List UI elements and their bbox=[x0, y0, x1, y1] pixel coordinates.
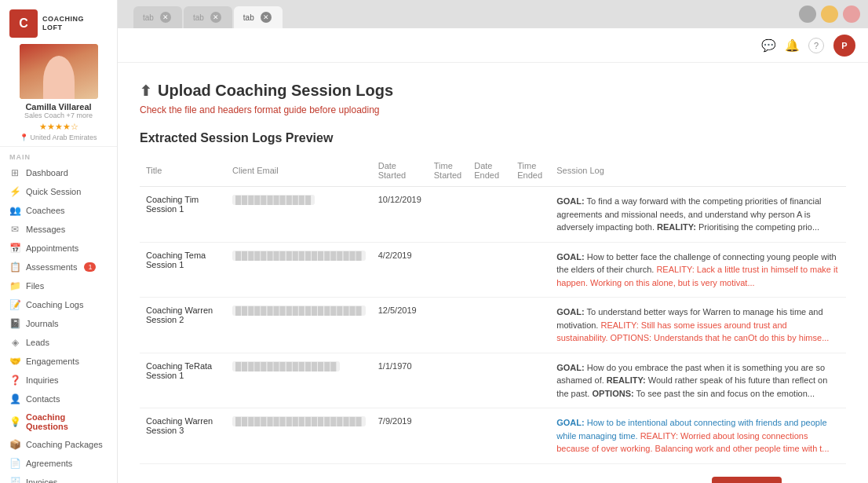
cell-time-e-4 bbox=[511, 353, 550, 408]
cell-log-3: GOAL: To understand better ways for Warr… bbox=[550, 298, 846, 353]
main-content: tab ✕ tab ✕ tab ✕ 💬 🔔 ? P ⬆ Upload Coach… bbox=[118, 0, 868, 483]
message-header-icon[interactable]: 💬 bbox=[761, 38, 775, 53]
content-area: ⬆ Upload Coaching Session Logs Check the… bbox=[118, 63, 868, 483]
th-email: Client Email bbox=[226, 158, 372, 187]
cancel-button[interactable]: Cancel bbox=[790, 477, 846, 484]
cell-email-1: ████████████ bbox=[226, 187, 372, 243]
th-date-ended: DateEnded bbox=[468, 158, 511, 187]
cell-title-4: Coaching TeRata Session 1 bbox=[140, 353, 226, 408]
sidebar: C COACHING LOFT Camilla Villareal Sales … bbox=[0, 0, 118, 483]
th-time-started: TimeStarted bbox=[428, 158, 468, 187]
assessments-icon: 📋 bbox=[9, 262, 20, 273]
logo-area: C COACHING LOFT bbox=[0, 0, 117, 38]
upload-icon: ⬆ bbox=[140, 82, 151, 100]
nav-item-inquiries[interactable]: ❓ Inquiries bbox=[0, 371, 117, 390]
nav-item-contacts[interactable]: 👤 Contacts bbox=[0, 390, 117, 408]
cell-email-2: ████████████████████ bbox=[226, 242, 372, 298]
cell-title-3: Coaching Warren Session 2 bbox=[140, 298, 226, 353]
cell-title-5: Coaching Warren Session 3 bbox=[140, 408, 226, 464]
browser-tab-1[interactable]: tab ✕ bbox=[133, 6, 182, 28]
topbar-right-avatars bbox=[799, 5, 860, 23]
nav-item-coaching-questions[interactable]: 💡 Coaching Questions bbox=[0, 408, 117, 435]
cell-email-3: ████████████████████ bbox=[226, 298, 372, 353]
log-text-2: GOAL: How to better face the challenge o… bbox=[556, 251, 840, 290]
engagements-icon: 🤝 bbox=[9, 356, 20, 367]
nav-item-engagements[interactable]: 🤝 Engagements bbox=[0, 352, 117, 371]
nav-item-agreements[interactable]: 📄 Agreements bbox=[0, 454, 117, 473]
log-text-3: GOAL: To understand better ways for Warr… bbox=[556, 306, 840, 345]
tab-close-3[interactable]: ✕ bbox=[261, 12, 272, 23]
help-header-icon[interactable]: ? bbox=[808, 38, 824, 53]
cell-date-e-5 bbox=[468, 408, 511, 464]
profile-area: Camilla Villareal Sales Coach +7 more ★★… bbox=[0, 38, 117, 147]
preview-section-title: Extracted Session Logs Preview bbox=[140, 131, 846, 145]
cell-time-s-1 bbox=[428, 187, 468, 243]
cell-date-s-3: 12/5/2019 bbox=[372, 298, 428, 353]
nav-item-coaching-logs[interactable]: 📝 Coaching Logs bbox=[0, 295, 117, 314]
nav-section-main: MAIN bbox=[0, 147, 117, 163]
page-title: ⬆ Upload Coaching Session Logs bbox=[140, 82, 846, 100]
assessments-badge: 1 bbox=[84, 262, 96, 272]
nav-item-quick-session[interactable]: ⚡ Quick Session bbox=[0, 182, 117, 201]
th-session-log: Session Log bbox=[550, 158, 846, 187]
topbar-avatar-gray bbox=[799, 5, 816, 23]
contacts-icon: 👤 bbox=[9, 393, 20, 404]
nav-item-assessments[interactable]: 📋 Assessments 1 bbox=[0, 258, 117, 276]
browser-tab-2[interactable]: tab ✕ bbox=[184, 6, 232, 28]
cell-date-e-1 bbox=[468, 187, 511, 243]
browser-bar: tab ✕ tab ✕ tab ✕ bbox=[118, 0, 868, 28]
nav-item-files[interactable]: 📁 Files bbox=[0, 276, 117, 295]
coaching-questions-icon: 💡 bbox=[9, 416, 20, 427]
appointments-icon: 📅 bbox=[9, 243, 20, 254]
table-row: Coaching TeRata Session 1 ██████████████… bbox=[140, 353, 846, 408]
logo-box: C bbox=[9, 9, 38, 38]
avatar bbox=[20, 44, 98, 99]
cell-date-s-5: 7/9/2019 bbox=[372, 408, 428, 464]
coachees-icon: 👥 bbox=[9, 205, 20, 216]
user-avatar-header[interactable]: P bbox=[833, 35, 855, 57]
th-date-started: DateStarted bbox=[372, 158, 428, 187]
cell-date-s-1: 10/12/2019 bbox=[372, 187, 428, 243]
notification-header-icon[interactable]: 🔔 bbox=[785, 38, 799, 53]
cell-time-e-5 bbox=[511, 408, 550, 464]
cell-log-2: GOAL: How to better face the challenge o… bbox=[550, 242, 846, 298]
cell-time-e-2 bbox=[511, 242, 550, 298]
logo-text: COACHING LOFT bbox=[42, 15, 84, 32]
topbar-avatar-pink bbox=[843, 5, 860, 23]
nav-item-invoices[interactable]: 🧾 Invoices bbox=[0, 473, 117, 483]
nav-item-messages[interactable]: ✉ Messages bbox=[0, 220, 117, 239]
leads-icon: ◈ bbox=[9, 337, 20, 348]
quick-session-icon: ⚡ bbox=[9, 186, 20, 197]
dashboard-icon: ⊞ bbox=[9, 167, 20, 178]
invoices-icon: 🧾 bbox=[9, 477, 20, 483]
nav-item-coachees[interactable]: 👥 Coachees bbox=[0, 201, 117, 220]
tab-close-1[interactable]: ✕ bbox=[160, 12, 171, 23]
tab-close-2[interactable]: ✕ bbox=[210, 12, 221, 23]
nav-item-coaching-packages[interactable]: 📦 Coaching Packages bbox=[0, 435, 117, 454]
coaching-packages-icon: 📦 bbox=[9, 439, 20, 450]
nav-item-leads[interactable]: ◈ Leads bbox=[0, 333, 117, 352]
nav-item-dashboard[interactable]: ⊞ Dashboard bbox=[0, 163, 117, 182]
cell-date-s-4: 1/1/1970 bbox=[372, 353, 428, 408]
cell-time-s-4 bbox=[428, 353, 468, 408]
table-header-row: Title Client Email DateStarted TimeStart… bbox=[140, 158, 846, 187]
nav-item-appointments[interactable]: 📅 Appointments bbox=[0, 239, 117, 258]
table-row: Coaching Warren Session 2 ██████████████… bbox=[140, 298, 846, 353]
proceed-button[interactable]: Proceed bbox=[712, 477, 781, 484]
cell-time-s-3 bbox=[428, 298, 468, 353]
action-bar: Proceed Cancel bbox=[140, 464, 846, 484]
messages-icon: ✉ bbox=[9, 224, 20, 235]
profile-stars: ★★★★☆ bbox=[39, 122, 78, 132]
cell-time-e-3 bbox=[511, 298, 550, 353]
cell-time-e-1 bbox=[511, 187, 550, 243]
nav-item-journals[interactable]: 📓 Journals bbox=[0, 314, 117, 333]
agreements-icon: 📄 bbox=[9, 458, 20, 469]
preview-table: Title Client Email DateStarted TimeStart… bbox=[140, 158, 846, 464]
guide-link[interactable]: Check the file and headers format guide … bbox=[140, 104, 846, 115]
log-text-5: GOAL: How to be intentional about connec… bbox=[556, 416, 840, 456]
cell-log-5: GOAL: How to be intentional about connec… bbox=[550, 408, 846, 464]
profile-name: Camilla Villareal bbox=[25, 102, 91, 112]
cell-email-5: ████████████████████ bbox=[226, 408, 372, 464]
browser-tab-3[interactable]: tab ✕ bbox=[234, 6, 283, 28]
log-text-1: GOAL: To find a way forward with the com… bbox=[556, 195, 840, 234]
